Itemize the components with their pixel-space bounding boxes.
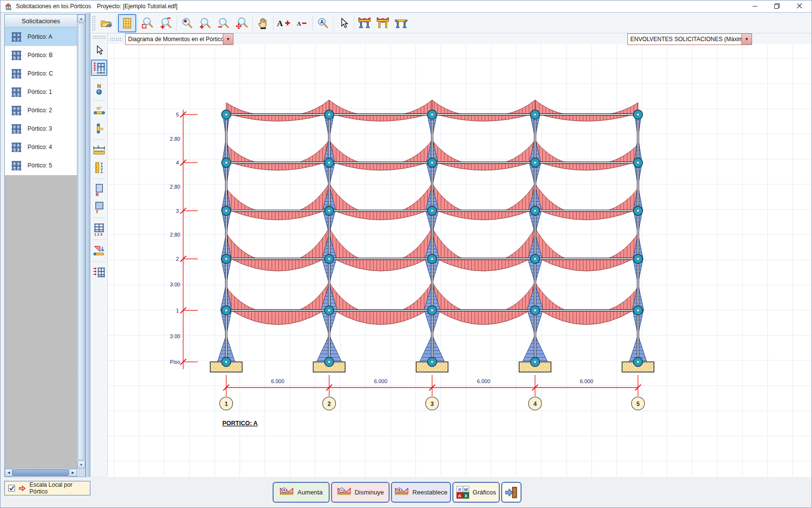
- svg-text:1: 1: [225, 401, 228, 407]
- vertical-scroll-thumb[interactable]: [78, 23, 85, 460]
- scroll-right-icon[interactable]: ▶: [69, 469, 77, 477]
- svg-text:5: 5: [176, 112, 179, 118]
- toolbar-separator: [93, 261, 105, 262]
- restore-button[interactable]: [766, 0, 788, 12]
- local-scale-label: Escala Local por Pórtico: [29, 481, 90, 495]
- member-vertical-icon[interactable]: N: [91, 120, 107, 137]
- node-numbers-icon[interactable]: N: [91, 81, 107, 98]
- sidebar-item-p-rtico-c[interactable]: Pórtico: C: [5, 64, 77, 83]
- frame-icon: [10, 140, 23, 154]
- app-icon: [4, 2, 13, 11]
- scroll-left-icon[interactable]: ◀: [5, 469, 13, 477]
- sidebar-item-p-rtico-b[interactable]: Pórtico: B: [5, 46, 77, 64]
- zoom-out-icon[interactable]: [215, 14, 233, 32]
- frame-icon: [10, 85, 23, 99]
- panel-splitter[interactable]: [86, 13, 90, 477]
- reset-scale-icon: [394, 487, 409, 498]
- select-cursor-icon[interactable]: [91, 42, 107, 59]
- minimize-button[interactable]: [744, 0, 766, 12]
- sidebar-item-label: Pórtico: C: [28, 70, 53, 77]
- font-decrease-icon[interactable]: A: [293, 14, 311, 32]
- scroll-up-icon[interactable]: ▲: [77, 15, 85, 22]
- bottom-bar: Escala Local por Pórtico Aumenta Disminu…: [0, 477, 812, 508]
- combo-drag-handle[interactable]: [110, 37, 122, 41]
- red-cue-arrow-icon: [18, 485, 26, 492]
- increase-scale-icon: [279, 487, 294, 498]
- svg-text:6.000: 6.000: [580, 378, 594, 384]
- pan-hand-icon[interactable]: [254, 14, 272, 32]
- svg-text:2.80: 2.80: [170, 184, 180, 190]
- zoom-in-icon[interactable]: [196, 14, 215, 32]
- sidebar-item-label: Pórtico: 3: [28, 125, 52, 132]
- zoom-window-icon[interactable]: [139, 14, 157, 32]
- diagram-type-select[interactable]: Diagrama de Momentos en el Pórtico ▼: [125, 33, 233, 45]
- length-dimension-icon[interactable]: L: [91, 142, 107, 159]
- member-numbers-icon[interactable]: Nº: [91, 103, 107, 120]
- sidebar-horizontal-scrollbar[interactable]: ◀ ▶: [5, 468, 77, 477]
- frame-icon: [10, 48, 23, 62]
- sidebar-item-p-rtico-4[interactable]: Pórtico: 4: [5, 138, 77, 156]
- toolbar-separator: [116, 15, 117, 31]
- frame-moment-columns-icon[interactable]: [392, 14, 410, 32]
- toolbar-separator: [273, 15, 274, 31]
- sidebar-item-label: Pórtico: 1: [28, 89, 52, 95]
- frame-moment-full-icon[interactable]: [355, 14, 374, 32]
- sidebar-vertical-scrollbar[interactable]: ▲ ▼: [77, 15, 85, 468]
- section-t-icon[interactable]: T: [91, 199, 107, 215]
- sidebar-item-p-rtico-3[interactable]: Pórtico: 3: [5, 120, 77, 138]
- checkbox-checked-icon[interactable]: [8, 485, 15, 492]
- svg-text:4: 4: [534, 401, 537, 407]
- frame-dimensions-icon[interactable]: [91, 60, 107, 76]
- exit-button[interactable]: [501, 482, 522, 503]
- sidebar-item-p-rtico-2[interactable]: Pórtico: 2: [5, 101, 77, 120]
- sidebar-item-label: Pórtico: B: [28, 52, 53, 59]
- chevron-down-icon[interactable]: ▼: [741, 34, 752, 45]
- frame-icon: [10, 159, 23, 172]
- sidebar-item-p-rtico-a[interactable]: Pórtico: A: [5, 28, 77, 46]
- title-bar: Solicitaciones en los Pórticos Proyecto:…: [0, 0, 812, 13]
- toolbar-drag-handle[interactable]: [92, 15, 95, 31]
- select-cursor-icon[interactable]: [334, 14, 353, 32]
- application-window: Solicitaciones en los Pórticos Proyecto:…: [0, 0, 812, 508]
- section-b-icon[interactable]: B: [91, 181, 107, 198]
- toolbar-drag-handle[interactable]: [92, 35, 106, 39]
- close-button[interactable]: [788, 0, 811, 12]
- disminuye-button[interactable]: Disminuye: [331, 482, 390, 503]
- toolbar-separator: [93, 218, 105, 218]
- local-scale-panel[interactable]: Escala Local por Pórtico: [4, 481, 90, 495]
- horizontal-scroll-thumb[interactable]: [13, 469, 69, 476]
- sidebar-item-p-rtico-5[interactable]: Pórtico: 5: [5, 156, 77, 175]
- reestablece-button[interactable]: Reestablece: [391, 482, 451, 503]
- frame-icon: [10, 30, 23, 44]
- office-apps-icon: eWAX: [456, 486, 469, 499]
- height-dimension-icon[interactable]: [91, 160, 107, 176]
- frame-icon: [10, 122, 23, 135]
- frame-loads-icon[interactable]: [91, 264, 107, 281]
- building-levels-icon[interactable]: 1 2 3: [91, 221, 107, 237]
- zoom-text-icon[interactable]: A: [314, 14, 332, 32]
- sidebar-item-p-rtico-1[interactable]: Pórtico: 1: [5, 83, 77, 101]
- envelope-select[interactable]: ENVOLVENTES SOLICITACIONES (Máximos) ▼: [627, 33, 752, 45]
- scroll-down-icon[interactable]: ▼: [77, 461, 85, 468]
- font-increase-icon[interactable]: A: [275, 14, 293, 32]
- load-diagram-icon[interactable]: [91, 242, 107, 259]
- svg-text:A: A: [320, 19, 323, 25]
- moment-diagram-canvas[interactable]: 54321Piso2.802.802.803.003.006.0006.0006…: [108, 44, 812, 477]
- frame-moment-beams-icon[interactable]: [374, 14, 392, 32]
- svg-text:2: 2: [176, 256, 179, 262]
- grid-window-icon[interactable]: [118, 14, 136, 32]
- zoom-extents-icon[interactable]: [233, 14, 251, 32]
- zoom-previous-icon[interactable]: [157, 14, 175, 32]
- toolbar-separator: [137, 15, 138, 31]
- reestablece-label: Reestablece: [412, 489, 447, 496]
- open-folder-icon[interactable]: [97, 14, 116, 32]
- svg-text:Nº: Nº: [97, 106, 102, 111]
- graficos-button[interactable]: eWAX Gráficos: [452, 482, 500, 503]
- svg-text:1 2 3: 1 2 3: [94, 232, 102, 236]
- svg-text:2: 2: [328, 401, 331, 407]
- aumenta-button[interactable]: Aumenta: [273, 482, 330, 503]
- disminuye-label: Disminuye: [355, 489, 384, 496]
- chevron-down-icon[interactable]: ▼: [223, 34, 233, 45]
- zoom-point-icon[interactable]: [178, 14, 196, 32]
- svg-text:N: N: [97, 83, 101, 89]
